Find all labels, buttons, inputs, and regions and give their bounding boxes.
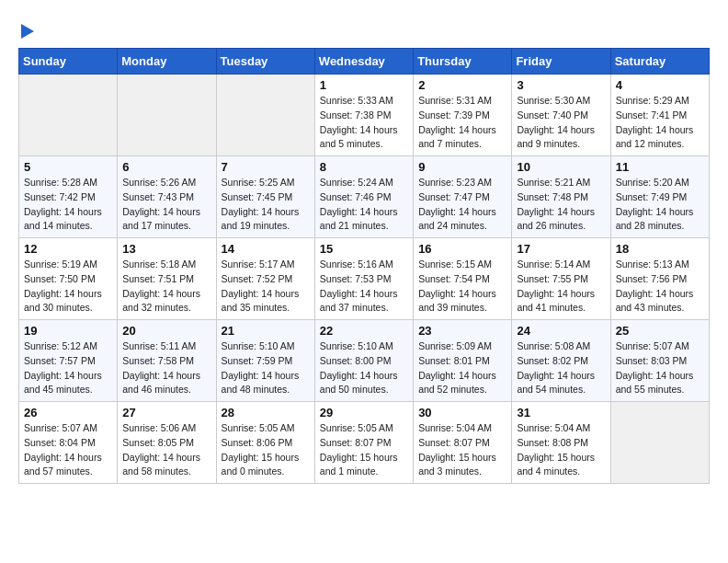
day-number: 9 — [418, 160, 506, 174]
day-number: 1 — [320, 78, 408, 92]
day-number: 24 — [517, 324, 605, 338]
calendar-cell: 19Sunrise: 5:12 AMSunset: 7:57 PMDayligh… — [19, 320, 118, 402]
calendar-cell: 5Sunrise: 5:28 AMSunset: 7:42 PMDaylight… — [19, 156, 118, 238]
day-info: Sunrise: 5:25 AMSunset: 7:45 PMDaylight:… — [222, 176, 310, 234]
day-info: Sunrise: 5:09 AMSunset: 8:01 PMDaylight:… — [418, 339, 506, 397]
day-info: Sunrise: 5:33 AMSunset: 7:38 PMDaylight:… — [320, 94, 408, 152]
day-info: Sunrise: 5:19 AMSunset: 7:50 PMDaylight:… — [24, 258, 112, 316]
day-info: Sunrise: 5:08 AMSunset: 8:02 PMDaylight:… — [517, 339, 605, 397]
day-number: 6 — [122, 160, 210, 174]
day-info: Sunrise: 5:28 AMSunset: 7:42 PMDaylight:… — [24, 176, 112, 234]
day-number: 3 — [517, 78, 605, 92]
calendar-cell: 17Sunrise: 5:14 AMSunset: 7:55 PMDayligh… — [512, 238, 610, 320]
calendar-cell: 31Sunrise: 5:04 AMSunset: 8:08 PMDayligh… — [512, 402, 610, 484]
day-info: Sunrise: 5:18 AMSunset: 7:51 PMDaylight:… — [122, 258, 210, 316]
page-header — [18, 18, 710, 39]
calendar-cell: 14Sunrise: 5:17 AMSunset: 7:52 PMDayligh… — [216, 238, 314, 320]
day-info: Sunrise: 5:30 AMSunset: 7:40 PMDaylight:… — [517, 94, 605, 152]
day-number: 25 — [616, 324, 704, 338]
calendar-cell: 4Sunrise: 5:29 AMSunset: 7:41 PMDaylight… — [610, 75, 709, 156]
calendar-cell: 25Sunrise: 5:07 AMSunset: 8:03 PMDayligh… — [610, 320, 709, 402]
logo-arrow-icon — [21, 24, 34, 39]
day-info: Sunrise: 5:24 AMSunset: 7:46 PMDaylight:… — [320, 176, 408, 234]
day-number: 8 — [320, 160, 408, 174]
calendar-cell — [610, 402, 709, 484]
day-info: Sunrise: 5:06 AMSunset: 8:05 PMDaylight:… — [122, 421, 210, 479]
calendar-week-2: 5Sunrise: 5:28 AMSunset: 7:42 PMDaylight… — [19, 156, 710, 238]
day-number: 23 — [418, 324, 506, 338]
day-number: 12 — [24, 242, 112, 256]
day-info: Sunrise: 5:16 AMSunset: 7:53 PMDaylight:… — [320, 258, 408, 316]
logo — [18, 18, 34, 39]
calendar-cell: 2Sunrise: 5:31 AMSunset: 7:39 PMDaylight… — [414, 75, 512, 156]
calendar-cell: 3Sunrise: 5:30 AMSunset: 7:40 PMDaylight… — [512, 75, 610, 156]
calendar-cell: 22Sunrise: 5:10 AMSunset: 8:00 PMDayligh… — [314, 320, 413, 402]
calendar-cell — [216, 75, 314, 156]
weekday-header-friday: Friday — [512, 49, 610, 75]
calendar-cell — [19, 75, 118, 156]
calendar-cell: 9Sunrise: 5:23 AMSunset: 7:47 PMDaylight… — [414, 156, 512, 238]
day-number: 22 — [320, 324, 408, 338]
day-number: 29 — [320, 406, 408, 419]
day-number: 31 — [517, 406, 605, 419]
day-info: Sunrise: 5:05 AMSunset: 8:07 PMDaylight:… — [320, 421, 408, 479]
weekday-row: SundayMondayTuesdayWednesdayThursdayFrid… — [19, 49, 710, 75]
day-info: Sunrise: 5:04 AMSunset: 8:07 PMDaylight:… — [418, 421, 506, 479]
weekday-header-tuesday: Tuesday — [216, 49, 314, 75]
calendar-cell: 10Sunrise: 5:21 AMSunset: 7:48 PMDayligh… — [512, 156, 610, 238]
day-number: 4 — [616, 78, 704, 92]
calendar-cell: 27Sunrise: 5:06 AMSunset: 8:05 PMDayligh… — [118, 402, 216, 484]
day-info: Sunrise: 5:31 AMSunset: 7:39 PMDaylight:… — [418, 94, 506, 152]
calendar-cell: 30Sunrise: 5:04 AMSunset: 8:07 PMDayligh… — [414, 402, 512, 484]
calendar-week-5: 26Sunrise: 5:07 AMSunset: 8:04 PMDayligh… — [19, 402, 710, 484]
weekday-header-saturday: Saturday — [610, 49, 709, 75]
day-info: Sunrise: 5:15 AMSunset: 7:54 PMDaylight:… — [418, 258, 506, 316]
day-number: 28 — [222, 406, 310, 419]
day-info: Sunrise: 5:20 AMSunset: 7:49 PMDaylight:… — [616, 176, 704, 234]
day-info: Sunrise: 5:26 AMSunset: 7:43 PMDaylight:… — [122, 176, 210, 234]
calendar-cell: 12Sunrise: 5:19 AMSunset: 7:50 PMDayligh… — [19, 238, 118, 320]
calendar-cell: 1Sunrise: 5:33 AMSunset: 7:38 PMDaylight… — [314, 75, 413, 156]
day-info: Sunrise: 5:29 AMSunset: 7:41 PMDaylight:… — [616, 94, 704, 152]
calendar-cell: 11Sunrise: 5:20 AMSunset: 7:49 PMDayligh… — [610, 156, 709, 238]
weekday-header-thursday: Thursday — [414, 49, 512, 75]
calendar-table: SundayMondayTuesdayWednesdayThursdayFrid… — [18, 48, 710, 484]
weekday-header-sunday: Sunday — [19, 49, 118, 75]
day-number: 26 — [24, 406, 112, 419]
calendar-cell: 16Sunrise: 5:15 AMSunset: 7:54 PMDayligh… — [414, 238, 512, 320]
calendar-cell — [118, 75, 216, 156]
calendar-week-4: 19Sunrise: 5:12 AMSunset: 7:57 PMDayligh… — [19, 320, 710, 402]
day-number: 15 — [320, 242, 408, 256]
day-info: Sunrise: 5:04 AMSunset: 8:08 PMDaylight:… — [517, 421, 605, 479]
calendar-cell: 20Sunrise: 5:11 AMSunset: 7:58 PMDayligh… — [118, 320, 216, 402]
calendar-cell: 28Sunrise: 5:05 AMSunset: 8:06 PMDayligh… — [216, 402, 314, 484]
day-number: 19 — [24, 324, 112, 338]
day-info: Sunrise: 5:17 AMSunset: 7:52 PMDaylight:… — [222, 258, 310, 316]
day-info: Sunrise: 5:10 AMSunset: 7:59 PMDaylight:… — [222, 339, 310, 397]
day-number: 10 — [517, 160, 605, 174]
calendar-cell: 18Sunrise: 5:13 AMSunset: 7:56 PMDayligh… — [610, 238, 709, 320]
day-info: Sunrise: 5:14 AMSunset: 7:55 PMDaylight:… — [517, 258, 605, 316]
day-number: 2 — [418, 78, 506, 92]
calendar-cell: 29Sunrise: 5:05 AMSunset: 8:07 PMDayligh… — [314, 402, 413, 484]
day-number: 21 — [222, 324, 310, 338]
weekday-header-wednesday: Wednesday — [314, 49, 413, 75]
day-number: 13 — [122, 242, 210, 256]
calendar-cell: 23Sunrise: 5:09 AMSunset: 8:01 PMDayligh… — [414, 320, 512, 402]
day-number: 20 — [122, 324, 210, 338]
day-number: 17 — [517, 242, 605, 256]
day-number: 14 — [222, 242, 310, 256]
day-info: Sunrise: 5:07 AMSunset: 8:04 PMDaylight:… — [24, 421, 112, 479]
day-number: 11 — [616, 160, 704, 174]
calendar-cell: 13Sunrise: 5:18 AMSunset: 7:51 PMDayligh… — [118, 238, 216, 320]
calendar-cell: 24Sunrise: 5:08 AMSunset: 8:02 PMDayligh… — [512, 320, 610, 402]
day-info: Sunrise: 5:11 AMSunset: 7:58 PMDaylight:… — [122, 339, 210, 397]
day-info: Sunrise: 5:23 AMSunset: 7:47 PMDaylight:… — [418, 176, 506, 234]
day-number: 16 — [418, 242, 506, 256]
calendar-week-1: 1Sunrise: 5:33 AMSunset: 7:38 PMDaylight… — [19, 75, 710, 156]
day-info: Sunrise: 5:13 AMSunset: 7:56 PMDaylight:… — [616, 258, 704, 316]
day-info: Sunrise: 5:21 AMSunset: 7:48 PMDaylight:… — [517, 176, 605, 234]
day-info: Sunrise: 5:10 AMSunset: 8:00 PMDaylight:… — [320, 339, 408, 397]
day-info: Sunrise: 5:05 AMSunset: 8:06 PMDaylight:… — [222, 421, 310, 479]
day-info: Sunrise: 5:12 AMSunset: 7:57 PMDaylight:… — [24, 339, 112, 397]
